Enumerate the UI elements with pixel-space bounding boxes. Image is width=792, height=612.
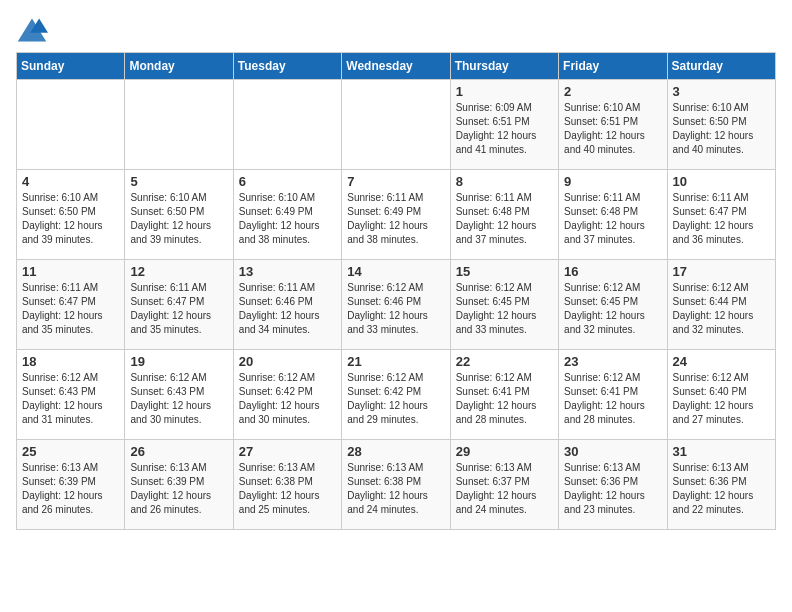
calendar-cell: 24Sunrise: 6:12 AM Sunset: 6:40 PM Dayli…: [667, 350, 775, 440]
day-header-tuesday: Tuesday: [233, 53, 341, 80]
page-header: [16, 16, 776, 44]
day-info: Sunrise: 6:11 AM Sunset: 6:49 PM Dayligh…: [347, 191, 444, 247]
day-number: 20: [239, 354, 336, 369]
day-number: 4: [22, 174, 119, 189]
calendar-cell: 5Sunrise: 6:10 AM Sunset: 6:50 PM Daylig…: [125, 170, 233, 260]
day-number: 22: [456, 354, 553, 369]
day-number: 12: [130, 264, 227, 279]
day-info: Sunrise: 6:11 AM Sunset: 6:46 PM Dayligh…: [239, 281, 336, 337]
day-number: 24: [673, 354, 770, 369]
day-info: Sunrise: 6:11 AM Sunset: 6:47 PM Dayligh…: [22, 281, 119, 337]
calendar-cell: [125, 80, 233, 170]
day-info: Sunrise: 6:12 AM Sunset: 6:41 PM Dayligh…: [564, 371, 661, 427]
day-info: Sunrise: 6:12 AM Sunset: 6:46 PM Dayligh…: [347, 281, 444, 337]
day-number: 30: [564, 444, 661, 459]
logo-icon: [16, 16, 48, 44]
day-info: Sunrise: 6:12 AM Sunset: 6:45 PM Dayligh…: [564, 281, 661, 337]
logo: [16, 16, 54, 44]
day-number: 1: [456, 84, 553, 99]
day-header-sunday: Sunday: [17, 53, 125, 80]
day-number: 14: [347, 264, 444, 279]
day-info: Sunrise: 6:12 AM Sunset: 6:42 PM Dayligh…: [239, 371, 336, 427]
calendar-week-row: 18Sunrise: 6:12 AM Sunset: 6:43 PM Dayli…: [17, 350, 776, 440]
day-number: 8: [456, 174, 553, 189]
day-number: 21: [347, 354, 444, 369]
day-number: 17: [673, 264, 770, 279]
day-header-saturday: Saturday: [667, 53, 775, 80]
day-info: Sunrise: 6:13 AM Sunset: 6:37 PM Dayligh…: [456, 461, 553, 517]
calendar-cell: 7Sunrise: 6:11 AM Sunset: 6:49 PM Daylig…: [342, 170, 450, 260]
calendar-cell: 3Sunrise: 6:10 AM Sunset: 6:50 PM Daylig…: [667, 80, 775, 170]
calendar-cell: 22Sunrise: 6:12 AM Sunset: 6:41 PM Dayli…: [450, 350, 558, 440]
calendar-cell: 16Sunrise: 6:12 AM Sunset: 6:45 PM Dayli…: [559, 260, 667, 350]
calendar-cell: 25Sunrise: 6:13 AM Sunset: 6:39 PM Dayli…: [17, 440, 125, 530]
calendar-cell: 17Sunrise: 6:12 AM Sunset: 6:44 PM Dayli…: [667, 260, 775, 350]
day-info: Sunrise: 6:12 AM Sunset: 6:41 PM Dayligh…: [456, 371, 553, 427]
day-number: 28: [347, 444, 444, 459]
day-number: 13: [239, 264, 336, 279]
calendar-cell: 11Sunrise: 6:11 AM Sunset: 6:47 PM Dayli…: [17, 260, 125, 350]
day-info: Sunrise: 6:13 AM Sunset: 6:36 PM Dayligh…: [564, 461, 661, 517]
day-number: 9: [564, 174, 661, 189]
calendar-cell: 10Sunrise: 6:11 AM Sunset: 6:47 PM Dayli…: [667, 170, 775, 260]
day-info: Sunrise: 6:12 AM Sunset: 6:43 PM Dayligh…: [130, 371, 227, 427]
day-number: 23: [564, 354, 661, 369]
calendar-cell: [17, 80, 125, 170]
calendar-week-row: 1Sunrise: 6:09 AM Sunset: 6:51 PM Daylig…: [17, 80, 776, 170]
calendar-cell: 2Sunrise: 6:10 AM Sunset: 6:51 PM Daylig…: [559, 80, 667, 170]
day-number: 29: [456, 444, 553, 459]
day-info: Sunrise: 6:10 AM Sunset: 6:50 PM Dayligh…: [130, 191, 227, 247]
calendar-cell: 30Sunrise: 6:13 AM Sunset: 6:36 PM Dayli…: [559, 440, 667, 530]
day-info: Sunrise: 6:10 AM Sunset: 6:50 PM Dayligh…: [673, 101, 770, 157]
day-info: Sunrise: 6:09 AM Sunset: 6:51 PM Dayligh…: [456, 101, 553, 157]
day-header-friday: Friday: [559, 53, 667, 80]
day-info: Sunrise: 6:13 AM Sunset: 6:39 PM Dayligh…: [130, 461, 227, 517]
calendar-cell: 26Sunrise: 6:13 AM Sunset: 6:39 PM Dayli…: [125, 440, 233, 530]
day-number: 16: [564, 264, 661, 279]
day-number: 19: [130, 354, 227, 369]
calendar-header-row: SundayMondayTuesdayWednesdayThursdayFrid…: [17, 53, 776, 80]
calendar-week-row: 4Sunrise: 6:10 AM Sunset: 6:50 PM Daylig…: [17, 170, 776, 260]
day-number: 18: [22, 354, 119, 369]
day-info: Sunrise: 6:11 AM Sunset: 6:48 PM Dayligh…: [456, 191, 553, 247]
calendar-cell: 23Sunrise: 6:12 AM Sunset: 6:41 PM Dayli…: [559, 350, 667, 440]
calendar-cell: 14Sunrise: 6:12 AM Sunset: 6:46 PM Dayli…: [342, 260, 450, 350]
calendar-cell: 18Sunrise: 6:12 AM Sunset: 6:43 PM Dayli…: [17, 350, 125, 440]
day-info: Sunrise: 6:12 AM Sunset: 6:45 PM Dayligh…: [456, 281, 553, 337]
day-number: 15: [456, 264, 553, 279]
day-info: Sunrise: 6:11 AM Sunset: 6:48 PM Dayligh…: [564, 191, 661, 247]
day-info: Sunrise: 6:13 AM Sunset: 6:39 PM Dayligh…: [22, 461, 119, 517]
day-number: 2: [564, 84, 661, 99]
calendar-cell: 1Sunrise: 6:09 AM Sunset: 6:51 PM Daylig…: [450, 80, 558, 170]
day-info: Sunrise: 6:10 AM Sunset: 6:49 PM Dayligh…: [239, 191, 336, 247]
calendar-cell: [342, 80, 450, 170]
day-number: 26: [130, 444, 227, 459]
day-info: Sunrise: 6:11 AM Sunset: 6:47 PM Dayligh…: [673, 191, 770, 247]
day-number: 3: [673, 84, 770, 99]
day-number: 10: [673, 174, 770, 189]
day-info: Sunrise: 6:13 AM Sunset: 6:38 PM Dayligh…: [347, 461, 444, 517]
day-header-wednesday: Wednesday: [342, 53, 450, 80]
day-number: 6: [239, 174, 336, 189]
day-info: Sunrise: 6:13 AM Sunset: 6:38 PM Dayligh…: [239, 461, 336, 517]
calendar-cell: 9Sunrise: 6:11 AM Sunset: 6:48 PM Daylig…: [559, 170, 667, 260]
calendar-table: SundayMondayTuesdayWednesdayThursdayFrid…: [16, 52, 776, 530]
calendar-cell: [233, 80, 341, 170]
calendar-cell: 21Sunrise: 6:12 AM Sunset: 6:42 PM Dayli…: [342, 350, 450, 440]
day-number: 7: [347, 174, 444, 189]
calendar-cell: 6Sunrise: 6:10 AM Sunset: 6:49 PM Daylig…: [233, 170, 341, 260]
day-info: Sunrise: 6:12 AM Sunset: 6:44 PM Dayligh…: [673, 281, 770, 337]
calendar-cell: 29Sunrise: 6:13 AM Sunset: 6:37 PM Dayli…: [450, 440, 558, 530]
calendar-cell: 12Sunrise: 6:11 AM Sunset: 6:47 PM Dayli…: [125, 260, 233, 350]
day-number: 5: [130, 174, 227, 189]
calendar-week-row: 25Sunrise: 6:13 AM Sunset: 6:39 PM Dayli…: [17, 440, 776, 530]
calendar-cell: 15Sunrise: 6:12 AM Sunset: 6:45 PM Dayli…: [450, 260, 558, 350]
calendar-cell: 28Sunrise: 6:13 AM Sunset: 6:38 PM Dayli…: [342, 440, 450, 530]
calendar-cell: 27Sunrise: 6:13 AM Sunset: 6:38 PM Dayli…: [233, 440, 341, 530]
calendar-cell: 31Sunrise: 6:13 AM Sunset: 6:36 PM Dayli…: [667, 440, 775, 530]
day-info: Sunrise: 6:11 AM Sunset: 6:47 PM Dayligh…: [130, 281, 227, 337]
calendar-cell: 8Sunrise: 6:11 AM Sunset: 6:48 PM Daylig…: [450, 170, 558, 260]
calendar-week-row: 11Sunrise: 6:11 AM Sunset: 6:47 PM Dayli…: [17, 260, 776, 350]
day-info: Sunrise: 6:12 AM Sunset: 6:43 PM Dayligh…: [22, 371, 119, 427]
day-info: Sunrise: 6:12 AM Sunset: 6:42 PM Dayligh…: [347, 371, 444, 427]
